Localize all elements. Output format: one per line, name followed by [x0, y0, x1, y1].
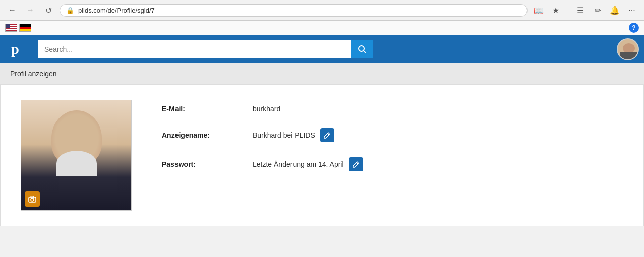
password-label: Passwort:	[162, 160, 243, 168]
bell-button[interactable]: 🔔	[608, 3, 622, 17]
reader-button[interactable]: 📖	[532, 3, 546, 17]
flags-bar: ?	[0, 21, 644, 35]
browser-toolbar: ← → ↺ 🔒 📖 ★ ☰ ✏ 🔔 ···	[0, 0, 644, 20]
search-icon	[358, 45, 367, 54]
refresh-button[interactable]: ↺	[41, 3, 55, 17]
user-avatar-area	[617, 38, 644, 60]
toolbar-divider	[568, 5, 568, 15]
language-flags	[5, 24, 31, 32]
display-name-row: Anzeigename: Burkhard bei PLIDS	[162, 128, 623, 142]
edit-display-name-button[interactable]	[320, 128, 334, 142]
help-button[interactable]: ?	[629, 23, 639, 33]
email-label: E-Mail:	[162, 105, 243, 113]
back-button[interactable]: ←	[5, 3, 19, 17]
address-input[interactable]	[78, 7, 521, 14]
password-row: Passwort: Letzte Änderung am 14. April	[162, 157, 623, 171]
page-content: Profil anzeigen E-Ma	[0, 63, 644, 226]
logo: p	[11, 41, 19, 57]
de-flag[interactable]	[19, 24, 31, 32]
address-bar-container: 🔒	[60, 4, 528, 17]
display-name-label: Anzeigename:	[162, 131, 243, 139]
more-button[interactable]: ···	[625, 3, 639, 17]
svg-point-3	[31, 198, 34, 201]
profile-fields: E-Mail: burkhard Anzeigename: Burkhard b…	[162, 100, 623, 186]
lock-icon: 🔒	[66, 7, 74, 14]
pencil-icon	[324, 132, 331, 139]
svg-line-1	[364, 51, 366, 53]
profile-card: E-Mail: burkhard Anzeigename: Burkhard b…	[0, 84, 644, 226]
search-area	[30, 40, 617, 58]
profile-photo-area	[21, 100, 132, 211]
pencil-icon-2	[353, 161, 360, 168]
email-row: E-Mail: burkhard	[162, 105, 623, 113]
forward-button[interactable]: →	[23, 3, 37, 17]
display-name-value: Burkhard bei PLIDS	[253, 128, 334, 142]
camera-icon	[28, 195, 36, 203]
profile-layout: E-Mail: burkhard Anzeigename: Burkhard b…	[21, 100, 623, 211]
browser-chrome: ← → ↺ 🔒 📖 ★ ☰ ✏ 🔔 ···	[0, 0, 644, 21]
app-header: p	[0, 35, 644, 63]
search-button[interactable]	[351, 40, 373, 58]
search-input[interactable]	[38, 40, 351, 58]
camera-badge-button[interactable]	[25, 191, 40, 207]
bookmark-button[interactable]: ★	[549, 3, 563, 17]
email-value: burkhard	[253, 105, 280, 113]
user-avatar[interactable]	[617, 38, 639, 60]
annotate-button[interactable]: ✏	[591, 3, 605, 17]
menu-button[interactable]: ☰	[573, 3, 588, 17]
password-text: Letzte Änderung am 14. April	[253, 160, 344, 168]
browser-right-icons: 📖 ★ ☰ ✏ 🔔 ···	[532, 3, 639, 17]
display-name-text: Burkhard bei PLIDS	[253, 131, 315, 139]
logo-area: p	[0, 35, 30, 63]
us-flag[interactable]	[5, 24, 17, 32]
password-value: Letzte Änderung am 14. April	[253, 157, 363, 171]
section-title: Profil anzeigen	[0, 63, 644, 84]
edit-password-button[interactable]	[349, 157, 363, 171]
